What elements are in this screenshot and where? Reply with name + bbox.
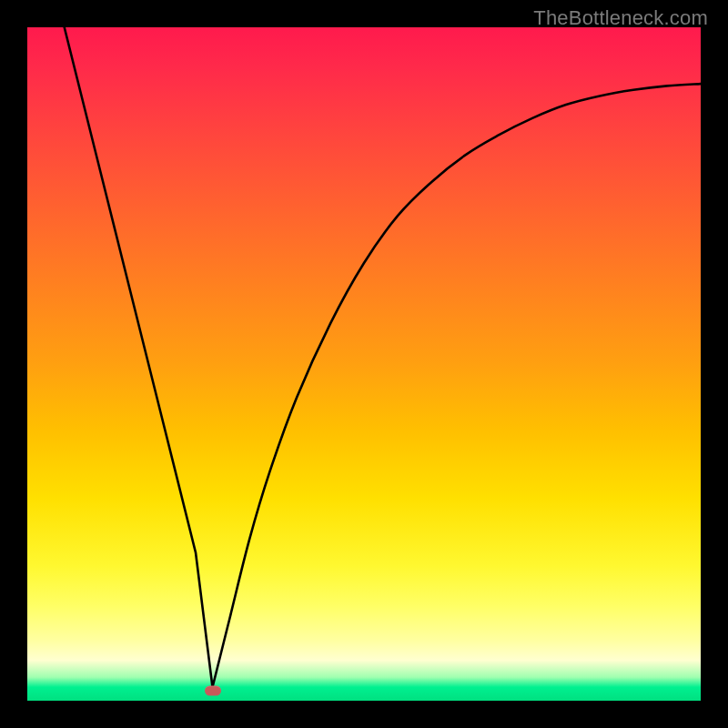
optimal-point-marker bbox=[205, 685, 221, 695]
plot-area bbox=[27, 27, 701, 701]
watermark-text: TheBottleneck.com bbox=[533, 6, 708, 30]
curve-layer bbox=[27, 27, 701, 701]
bottleneck-curve bbox=[65, 27, 701, 687]
chart-frame: TheBottleneck.com bbox=[0, 0, 728, 728]
